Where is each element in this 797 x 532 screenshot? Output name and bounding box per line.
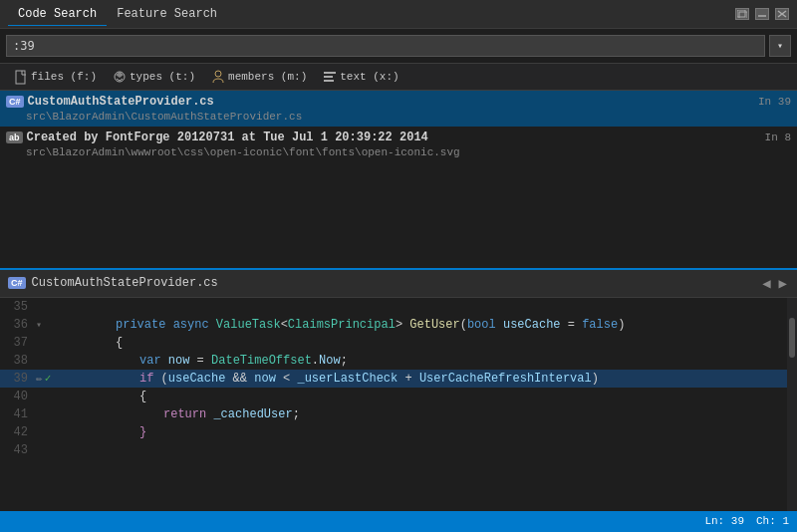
var-usecache-39: useCache xyxy=(168,372,226,386)
result-item-1[interactable]: ab Created by FontForge 20120731 at Tue … xyxy=(0,127,797,162)
scrollbar-thumb[interactable] xyxy=(789,318,795,358)
svg-rect-5 xyxy=(16,71,25,84)
line-num-35: 35 xyxy=(0,300,36,314)
results-area[interactable]: C# CustomAuthStateProvider.cs src\Blazor… xyxy=(0,91,797,270)
result-filename-0: C# CustomAuthStateProvider.cs xyxy=(6,93,302,111)
code-line-40: 40 { xyxy=(0,388,787,405)
code-line-35: 35 xyxy=(0,298,787,316)
search-input[interactable] xyxy=(6,35,765,57)
line-num-41: 41 xyxy=(0,407,36,421)
line-num-36: 36 xyxy=(0,318,36,332)
code-line-37: 37 { xyxy=(0,334,787,352)
restore-button[interactable] xyxy=(735,8,749,20)
svg-rect-10 xyxy=(324,80,334,82)
brace-close-42: } xyxy=(139,425,146,439)
pencil-icon-39: ✏ xyxy=(36,372,43,385)
kw-var-38: var xyxy=(139,354,161,368)
filter-types[interactable]: types (t:) xyxy=(107,68,201,86)
svg-rect-8 xyxy=(324,72,336,74)
line-num-40: 40 xyxy=(0,390,36,403)
svg-rect-9 xyxy=(324,76,333,78)
filter-files-label: files (f:) xyxy=(31,71,97,83)
svg-rect-0 xyxy=(737,10,745,17)
code-line-39: 39 ✏ ✓ if (useCache && now < _userLastCh… xyxy=(0,370,787,388)
type-valuetask: ValueTask xyxy=(216,318,281,332)
types-icon xyxy=(113,70,127,84)
kw-false: false xyxy=(582,318,618,332)
kw-private: private xyxy=(116,318,165,332)
badge-text-1: ab xyxy=(6,132,23,143)
members-icon xyxy=(211,70,225,84)
nav-prev-button[interactable]: ◀ xyxy=(760,275,772,292)
line-num-38: 38 xyxy=(0,354,36,368)
var-cacheinterval: UserCacheRefreshInterval xyxy=(419,372,592,386)
code-body: 35 36 ▾ private async ValueTask<ClaimsPr… xyxy=(0,298,797,511)
search-dropdown-button[interactable]: ▾ xyxy=(769,35,791,57)
gutter-39: ✏ ✓ xyxy=(36,372,60,385)
filter-files[interactable]: files (f:) xyxy=(8,68,103,86)
status-bar: Ln: 39 Ch: 1 xyxy=(0,511,797,532)
brace-open-37: { xyxy=(116,336,123,350)
result-file-1: Created by FontForge 20120731 at Tue Jul… xyxy=(27,131,428,144)
badge-cs-0: C# xyxy=(6,96,24,108)
result-left-0: C# CustomAuthStateProvider.cs src\Blazor… xyxy=(6,93,302,125)
kw-async: async xyxy=(173,318,209,332)
code-header: C# CustomAuthStateProvider.cs ◀ ▶ xyxy=(0,270,797,297)
title-bar-controls xyxy=(735,8,789,20)
svg-point-7 xyxy=(215,71,221,77)
var-userlastcheck: _userLastCheck xyxy=(297,372,398,386)
filter-members-label: members (m:) xyxy=(228,71,307,83)
result-path-1: src\BlazorAdmin\wwwroot\css\open-iconic\… xyxy=(6,146,460,160)
gutter-36: ▾ xyxy=(36,319,60,331)
line-num-39: 39 xyxy=(0,372,36,386)
line-num-37: 37 xyxy=(0,336,36,350)
fn-getuser: GetUser xyxy=(409,318,459,332)
code-line-42: 42 } xyxy=(0,423,787,441)
title-bar: Code Search Feature Search xyxy=(0,0,797,29)
filter-text-label: text (x:) xyxy=(340,71,398,83)
brace-open-40: { xyxy=(139,390,146,403)
status-right: Ln: 39 Ch: 1 xyxy=(704,515,789,527)
main-layout: Code Search Feature Search ▾ files (f:) xyxy=(0,0,797,532)
result-linenum-0: In 39 xyxy=(758,93,791,108)
prop-now: Now xyxy=(319,354,341,368)
code-line-36: 36 ▾ private async ValueTask<ClaimsPrinc… xyxy=(0,316,787,334)
close-button[interactable] xyxy=(775,8,789,20)
result-item-0[interactable]: C# CustomAuthStateProvider.cs src\Blazor… xyxy=(0,91,797,127)
status-ln: Ln: 39 xyxy=(704,515,744,527)
check-icon-39: ✓ xyxy=(45,372,52,385)
text-icon xyxy=(323,70,337,84)
file-icon xyxy=(14,70,28,84)
filter-bar: files (f:) types (t:) members (m:) text … xyxy=(0,64,797,91)
tab-code-search[interactable]: Code Search xyxy=(8,3,107,26)
kw-if: if xyxy=(139,372,153,386)
nav-next-button[interactable]: ▶ xyxy=(777,275,789,292)
scrollbar[interactable] xyxy=(787,298,797,511)
var-now-39: now xyxy=(254,372,276,386)
fold-icon-36[interactable]: ▾ xyxy=(36,319,42,331)
code-line-38: 38 var now = DateTimeOffset.Now; xyxy=(0,352,787,370)
result-file-0: CustomAuthStateProvider.cs xyxy=(28,95,214,109)
type-dto: DateTimeOffset xyxy=(211,354,312,368)
type-claims: ClaimsPrincipal xyxy=(288,318,396,332)
search-bar: ▾ xyxy=(0,29,797,64)
code-header-badge: C# xyxy=(8,277,26,289)
tab-feature-search[interactable]: Feature Search xyxy=(107,3,227,25)
var-cacheduser: _cachedUser xyxy=(213,407,292,421)
code-line-41: 41 return _cachedUser; xyxy=(0,405,787,423)
result-path-0: src\BlazorAdmin\CustomAuthStateProvider.… xyxy=(6,111,302,125)
line-num-43: 43 xyxy=(0,443,36,457)
filter-members[interactable]: members (m:) xyxy=(205,68,313,86)
status-ch: Ch: 1 xyxy=(756,515,789,527)
nav-arrows: ◀ ▶ xyxy=(760,275,789,292)
code-line-43: 43 xyxy=(0,441,787,459)
var-usecache: useCache xyxy=(503,318,561,332)
filter-text[interactable]: text (x:) xyxy=(317,68,404,86)
minimize-button[interactable] xyxy=(755,8,769,20)
result-filename-1: ab Created by FontForge 20120731 at Tue … xyxy=(6,129,460,146)
var-now: now xyxy=(168,354,190,368)
kw-bool: bool xyxy=(467,318,496,332)
result-left-1: ab Created by FontForge 20120731 at Tue … xyxy=(6,129,460,160)
result-linenum-1: In 8 xyxy=(765,129,791,143)
kw-return-41: return xyxy=(163,407,206,421)
